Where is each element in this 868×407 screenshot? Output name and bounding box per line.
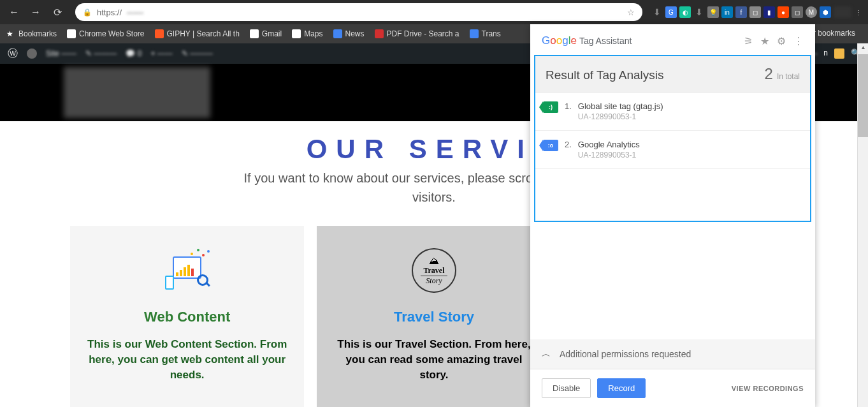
bookmark-maps[interactable]: Maps	[292, 29, 322, 38]
ta-perm-text: Additional permissions requested	[560, 349, 691, 359]
bookmark-label: Bookmarks	[18, 29, 57, 38]
tag-name: Google Analytics	[578, 140, 640, 149]
disable-button[interactable]: Disable	[542, 378, 591, 398]
wp-new[interactable]: + ——	[150, 49, 172, 58]
ta-result-title: Result of Tag Analysis	[546, 68, 664, 82]
tag-number: 1.	[565, 101, 572, 111]
back-button[interactable]: ←	[5, 3, 23, 21]
ta-tag-item[interactable]: :o 2. Google Analytics UA-128990053-1	[535, 131, 810, 169]
ext-icon-dark[interactable]: ◻	[792, 6, 803, 18]
bookmark-label: News	[345, 29, 365, 38]
linkedin-icon[interactable]: in	[721, 6, 733, 18]
bookmark-star-icon[interactable]: ☆	[627, 8, 635, 17]
bookmark-label: Maps	[304, 29, 322, 38]
card-title: Web Content	[85, 309, 289, 325]
more-icon[interactable]: ⋮	[793, 35, 804, 47]
extension-icons: ⬇ G ◐ ⬇ 💡 in f ◻ ▮ ● ◻ M ⬢ ⋮	[651, 6, 863, 18]
wp-square-icon[interactable]	[834, 48, 844, 59]
ta-header: Google Tag Assistant ⚞ ★ ⚙ ⋮	[530, 24, 815, 55]
bookmark-label: Chrome Web Store	[79, 29, 145, 38]
filter-icon[interactable]: ⚞	[744, 35, 753, 47]
ext-icon-grey[interactable]: ◻	[749, 6, 761, 18]
tag-assistant-icon[interactable]: ⬢	[820, 6, 831, 18]
record-button[interactable]: Record	[597, 378, 646, 398]
url-scheme: https://	[97, 8, 122, 17]
bookmark-webstore[interactable]: Chrome Web Store	[67, 29, 145, 38]
bookmark-label: Gmail	[262, 29, 282, 38]
tag-id: UA-128990053-1	[578, 151, 640, 159]
star-icon[interactable]: ★	[760, 35, 769, 47]
bookmark-label: Trans	[482, 29, 501, 38]
profile-icon[interactable]	[834, 6, 851, 18]
bookmark-label: PDF Drive - Search a	[387, 29, 459, 38]
forward-button[interactable]: →	[27, 3, 45, 21]
chevron-up-icon: ︿	[542, 348, 551, 360]
ta-footer: Disable Record VIEW RECORDINGS	[530, 369, 815, 407]
wp-letter[interactable]: n	[823, 48, 828, 59]
tag-assistant-panel: Google Tag Assistant ⚞ ★ ⚙ ⋮ Result of T…	[530, 24, 815, 407]
lock-icon: 🔒	[83, 8, 92, 17]
view-recordings-link[interactable]: VIEW RECORDINGS	[732, 385, 804, 392]
bulb-icon[interactable]: 💡	[707, 6, 719, 18]
scroll-up-icon[interactable]: ▴	[858, 43, 868, 54]
ta-result-header: Result of Tag Analysis 2 In total	[535, 56, 810, 93]
logo-line1: Travel	[421, 266, 447, 276]
site-icon[interactable]	[27, 48, 37, 59]
web-content-icon	[162, 245, 213, 296]
browser-toolbar: ← → ⟳ 🔒 https:// ------ ☆ ⬇ G ◐ ⬇ 💡 in f…	[0, 0, 868, 24]
card-travel-story[interactable]: ⛰ Travel Story Travel Story This is our …	[317, 226, 551, 407]
card-desc: This is our Travel Section. From here, y…	[332, 337, 535, 382]
wp-item[interactable]: Site ——	[46, 49, 76, 58]
card-web-content[interactable]: Web Content This is our Web Content Sect…	[70, 226, 304, 407]
ta-result-count-label: In total	[777, 72, 800, 81]
bookmark-gmail[interactable]: Gmail	[250, 29, 282, 38]
ta-tag-item[interactable]: :) 1. Global site tag (gtag.js) UA-12899…	[535, 93, 810, 131]
ta-result-count: 2	[765, 65, 773, 83]
sub-line2: visitors.	[412, 190, 456, 204]
settings-icon[interactable]: ⚙	[777, 35, 786, 47]
bookmark-translate[interactable]: Trans	[470, 29, 501, 38]
ta-permissions-row[interactable]: ︿ Additional permissions requested	[530, 339, 815, 369]
travel-story-icon: ⛰ Travel Story	[409, 245, 459, 296]
bookmark-news[interactable]: News	[333, 29, 365, 38]
tag-id: UA-128990053-1	[578, 112, 663, 121]
wp-customize[interactable]: ✎ ———	[85, 49, 117, 58]
scroll-thumb[interactable]	[858, 54, 868, 137]
ext-icon-round[interactable]: M	[806, 6, 817, 18]
tag-badge-icon: :o	[543, 140, 558, 151]
address-bar[interactable]: 🔒 https:// ------ ☆	[75, 3, 642, 21]
bookmark-label: GIPHY | Search All th	[167, 29, 240, 38]
arrow-icon[interactable]: ⬇	[693, 6, 705, 18]
url-host: ------	[127, 8, 143, 17]
google-ext-icon[interactable]: G	[665, 6, 677, 18]
download-icon[interactable]: ⬇	[651, 6, 663, 18]
menu-icon[interactable]: ⋮	[854, 6, 863, 18]
ext-icon-red[interactable]: ●	[778, 6, 789, 18]
facebook-icon[interactable]: f	[735, 6, 747, 18]
wp-edit[interactable]: ✎ ———	[182, 49, 213, 58]
card-title: Travel Story	[332, 309, 535, 325]
tag-number: 2.	[565, 140, 572, 149]
bookmark-bookmarks[interactable]: ★Bookmarks	[6, 29, 57, 38]
google-logo: Google	[542, 34, 577, 47]
grammarly-icon[interactable]: ◐	[679, 6, 691, 18]
wordpress-icon[interactable]: ⓦ	[8, 47, 18, 61]
ext-icon-blue[interactable]: ▮	[763, 6, 775, 18]
ta-title: Tag Assistant	[579, 36, 632, 46]
wp-comments[interactable]: 💬 0	[126, 49, 141, 58]
bookmark-pdfdrive[interactable]: PDF Drive - Search a	[375, 29, 459, 38]
card-desc: This is our Web Content Section. From he…	[85, 337, 289, 382]
reload-button[interactable]: ⟳	[48, 3, 66, 21]
logo-line2: Story	[426, 276, 442, 286]
page-scrollbar[interactable]: ▴	[857, 43, 868, 407]
other-bookmarks[interactable]: er bookmarks	[809, 29, 855, 38]
site-logo	[64, 67, 210, 118]
ta-results: Result of Tag Analysis 2 In total :) 1. …	[534, 55, 811, 222]
tag-badge-icon: :)	[543, 101, 558, 113]
tag-name: Global site tag (gtag.js)	[578, 101, 663, 111]
bookmark-giphy[interactable]: GIPHY | Search All th	[155, 29, 240, 38]
